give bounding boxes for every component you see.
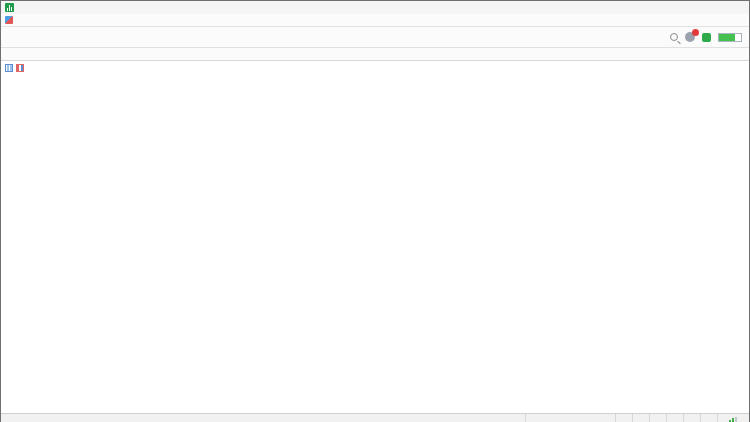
status-help-text bbox=[1, 414, 525, 422]
signal-strength-icon bbox=[726, 417, 737, 422]
menu-bar bbox=[1, 14, 749, 27]
search-icon[interactable] bbox=[670, 33, 678, 41]
chart-mini-icon bbox=[5, 64, 13, 72]
status-profile[interactable] bbox=[525, 414, 615, 422]
status-close bbox=[683, 414, 700, 422]
mt5-window bbox=[0, 0, 750, 422]
connection-status-icon[interactable] bbox=[702, 33, 711, 42]
timeframe-bar bbox=[1, 48, 749, 61]
status-bar bbox=[1, 413, 749, 422]
status-high bbox=[649, 414, 666, 422]
notifications-icon[interactable] bbox=[685, 32, 695, 42]
status-open bbox=[632, 414, 649, 422]
price-chart[interactable] bbox=[1, 61, 749, 409]
chart-window-icon bbox=[5, 16, 13, 24]
status-bar-time bbox=[615, 414, 632, 422]
status-traffic bbox=[717, 414, 749, 422]
title-bar bbox=[1, 1, 749, 14]
network-bar bbox=[718, 33, 742, 42]
status-volume bbox=[700, 414, 717, 422]
app-icon bbox=[5, 3, 14, 12]
chart-mini-icon-2 bbox=[16, 64, 24, 72]
notification-badge bbox=[692, 29, 699, 36]
status-low bbox=[666, 414, 683, 422]
toolbar bbox=[1, 27, 749, 48]
symbol-label bbox=[5, 64, 27, 72]
chart-area[interactable] bbox=[1, 61, 749, 413]
